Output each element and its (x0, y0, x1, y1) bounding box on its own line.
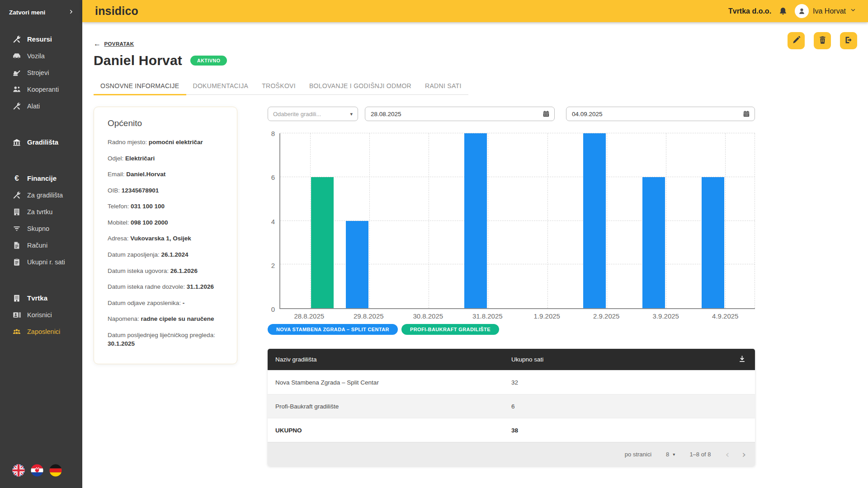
invoice-icon (12, 241, 21, 249)
flag-hr-icon[interactable] (31, 464, 43, 477)
tab-tro-kovi[interactable]: TROŠKOVI (255, 78, 302, 95)
logout-button[interactable] (840, 32, 857, 49)
back-link[interactable]: ← POVRATAK (94, 40, 134, 47)
sidebar-item-ukupni-r-sati[interactable]: Ukupni r. sati (0, 253, 82, 270)
bar-nova-stambena-zgrada-split-centar-31-8-2025 (464, 133, 487, 308)
x-tick-label: 1.9.2025 (517, 312, 577, 320)
delete-button[interactable] (814, 32, 831, 49)
cell-total-hours: 32 (511, 379, 730, 386)
x-tick-label: 4.9.2025 (696, 312, 755, 320)
building-icon (12, 294, 21, 302)
chevron-right-icon[interactable]: › (742, 450, 746, 460)
cell-total-hours: 6 (511, 403, 730, 410)
y-tick-label: 4 (271, 217, 275, 225)
construction-site-icon (12, 138, 21, 146)
info-field-radno-mjesto: Radno mjesto: pomoćni električar (108, 138, 223, 147)
tab-dokumentacija[interactable]: DOKUMENTACIJA (186, 78, 255, 95)
tab-bar: OSNOVNE INFORMACIJEDOKUMENTACIJATROŠKOVI… (94, 78, 468, 95)
sidebar-item-label: Financije (27, 174, 57, 183)
chevron-down-icon (850, 7, 856, 15)
sidebar-item-label: Za tvrtku (27, 207, 52, 216)
caret-down-icon: ▾ (673, 452, 675, 457)
info-field-oib: OIB: 12345678901 (108, 186, 223, 195)
sidebar-item-za-tvrtku[interactable]: Za tvrtku (0, 203, 82, 220)
sidebar-item-label: Strojevi (27, 68, 49, 77)
notification-bell-icon[interactable] (778, 7, 788, 16)
workers-icon (12, 85, 21, 94)
legend-chip-nova-stambena-zgrada-split-centar[interactable]: NOVA STAMBENA ZGRADA – SPLIT CENTAR (268, 324, 398, 335)
tab-osnovne-informacije[interactable]: OSNOVNE INFORMACIJE (94, 78, 186, 95)
column-header-hours: Ukupno sati (511, 356, 730, 363)
total-label: UKUPNO (268, 427, 511, 434)
chevron-right-icon (69, 9, 74, 16)
sidebar-item-label: Vozila (27, 52, 45, 61)
gridline-v (666, 133, 666, 308)
top-bar: insidico Tvrtka d.o.o. Iva Horvat (82, 0, 868, 22)
flag-uk-icon[interactable] (12, 464, 25, 477)
info-field-datum-odjave-zaposlenika: Datum odjave zaposlenika: - (108, 299, 223, 308)
per-page-select[interactable]: 8 ▾ (666, 451, 675, 458)
back-arrow-icon: ← (94, 40, 101, 47)
per-page-value: 8 (666, 451, 669, 458)
user-menu[interactable]: Iva Horvat (795, 4, 856, 18)
sidebar-item-resursi[interactable]: Resursi (0, 31, 82, 47)
tab-radni-sati[interactable]: RADNI SATI (418, 78, 468, 95)
sidebar-item-label: Računi (27, 241, 47, 250)
sidebar-item-zaposlenici[interactable]: Zaposlenici (0, 323, 82, 340)
site-select[interactable]: Odaberite gradili... ▾ (268, 107, 358, 121)
info-card-fields: Radno mjesto: pomoćni električarOdjel: E… (108, 138, 223, 348)
tab-bolovanje-i-godi-nji-odmor[interactable]: BOLOVANJE I GODIŠNJI ODMOR (302, 78, 418, 95)
sidebar-group: Gradilišta (0, 134, 82, 150)
y-tick-label: 0 (271, 305, 275, 313)
sidebar-item-alati[interactable]: Alati (0, 98, 82, 114)
gridline-v (310, 133, 311, 308)
page-title: Daniel Horvat (94, 53, 182, 68)
excavator-icon (12, 69, 21, 77)
sidebar: Zatvori meni ResursiVozilaStrojeviKooper… (0, 0, 82, 488)
table-body: Nova Stambena Zgrada – Split Centar32Pro… (268, 370, 755, 442)
sidebar-item-label: Skupno (27, 224, 49, 233)
table-header: Naziv gradilišta Ukupno sati (268, 349, 755, 370)
gridline-v (607, 133, 607, 308)
sidebar-item-vozila[interactable]: Vozila (0, 47, 82, 64)
info-card-title: Općenito (108, 118, 223, 128)
date-from-input[interactable] (365, 111, 542, 117)
flag-de-icon[interactable] (49, 464, 62, 477)
x-tick-label: 2.9.2025 (577, 312, 637, 320)
tools-icon (12, 191, 21, 199)
gridline-v (755, 133, 755, 308)
sidebar-item-za-gradili-ta[interactable]: Za gradilišta (0, 187, 82, 203)
sidebar-group: €FinancijeZa gradilištaZa tvrtkuSkupnoRa… (0, 170, 82, 270)
sidebar-item-financije[interactable]: €Financije (0, 170, 82, 187)
chart-category-2-9-2025 (577, 133, 636, 308)
bar-profi-baukraft-gradili-te-28-8-2025 (311, 177, 334, 308)
chevron-left-icon[interactable]: ‹ (725, 450, 729, 460)
info-field-napomena: Napomena: radne cipele su naručene (108, 314, 223, 324)
y-tick-label: 2 (271, 261, 275, 269)
sidebar-item-ra-uni[interactable]: Računi (0, 237, 82, 253)
date-to-input[interactable] (566, 111, 743, 117)
company-name: Tvrtka d.o.o. (728, 7, 771, 15)
sidebar-item-label: Gradilišta (27, 138, 58, 147)
info-field-email: Email: Daniel.Horvat (108, 170, 223, 179)
sidebar-item-tvrtka[interactable]: Tvrtka (0, 290, 82, 306)
chart-category-29-8-2025 (340, 133, 399, 308)
columns: Općenito Radno mjesto: pomoćni električa… (94, 107, 868, 466)
sidebar-item-korisnici[interactable]: Korisnici (0, 306, 82, 323)
user-name: Iva Horvat (813, 7, 846, 15)
sidebar-item-kooperanti[interactable]: Kooperanti (0, 81, 82, 98)
edit-button[interactable] (788, 32, 805, 49)
close-menu-button[interactable]: Zatvori meni (0, 0, 82, 16)
back-label: POVRATAK (104, 41, 134, 47)
info-field-datum-posljednjeg-lije-ni-kog-pregleda: Datum posljednjeg liječničkog pregleda: … (108, 331, 223, 348)
legend-chip-profi-baukraft-gradili-te[interactable]: PROFI-BAUKRAFT GRADILIŠTE (401, 324, 499, 335)
table-row: Profi-Baukraft gradilište6 (268, 394, 755, 418)
bar-nova-stambena-zgrada-split-centar-2-9-2025 (583, 133, 606, 308)
sidebar-item-skupno[interactable]: Skupno (0, 220, 82, 237)
sidebar-item-strojevi[interactable]: Strojevi (0, 64, 82, 81)
hours-table: Naziv gradilišta Ukupno sati Nova Stambe… (268, 349, 755, 466)
calendar-icon (743, 110, 750, 117)
sidebar-item-gradili-ta[interactable]: Gradilišta (0, 134, 82, 150)
download-button[interactable] (734, 352, 750, 367)
table-total-row: UKUPNO38 (268, 418, 755, 442)
